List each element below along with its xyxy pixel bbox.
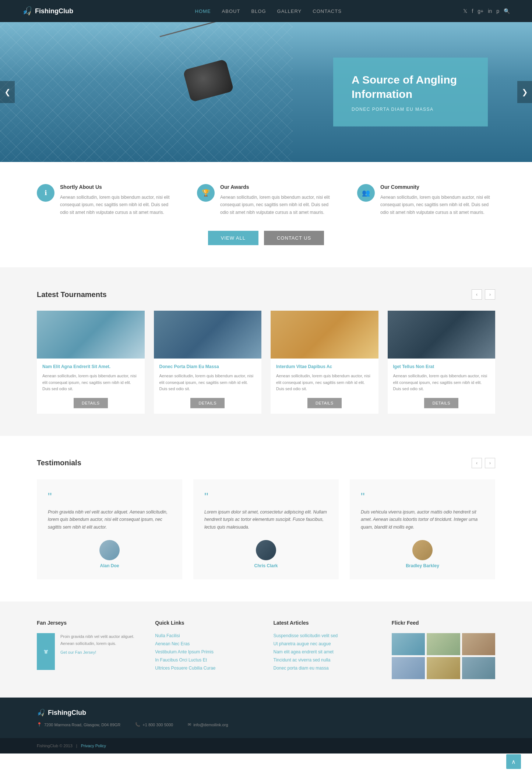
footer-address: 📍 7200 Marmora Road, Glasgow, D04 89GR — [37, 722, 120, 727]
jersey-link[interactable]: Get our Fan Jersey! — [60, 650, 140, 654]
tournaments-next[interactable]: › — [485, 289, 495, 300]
footer-logo: 🎣 FishingClub — [37, 709, 495, 717]
fan-jersey-content: 👕 Proin gravida nibh vel velit auctor al… — [37, 633, 140, 670]
footer-logo-icon: 🎣 — [37, 709, 45, 717]
flickr-img-1[interactable] — [392, 633, 425, 655]
logo[interactable]: 🎣 FishingClub — [22, 6, 73, 16]
tournament-details-3[interactable]: Details — [307, 398, 342, 408]
flickr-img-6[interactable] — [462, 657, 495, 679]
flickr-img-5[interactable] — [427, 657, 460, 679]
main-nav: HOME ABOUT BLOG GALLERY CONTACTS — [195, 8, 342, 14]
nav-gallery[interactable]: GALLERY — [277, 8, 302, 14]
footer-email: ✉ info@demoilink.org — [188, 722, 228, 727]
quick-links-title: Quick Links — [155, 620, 258, 626]
article-link-1[interactable]: Suspendisse sollicitudin velit sed — [274, 633, 377, 638]
nav-about[interactable]: ABOUT — [222, 8, 240, 14]
tournament-text-4: Aenean sollicitudin, lorem quis bibendum… — [393, 373, 490, 392]
jersey-image: 👕 — [37, 633, 55, 670]
logo-icon: 🎣 — [22, 6, 32, 16]
tournament-text-1: Aenean sollicitudin, lorem quis bibendum… — [42, 373, 139, 392]
quick-link-3[interactable]: Vestibulum Ante Ipsum Primis — [155, 649, 258, 654]
flickr-img-4[interactable] — [392, 657, 425, 679]
pinterest-icon[interactable]: p — [496, 8, 499, 14]
tournament-details-1[interactable]: Details — [74, 398, 108, 408]
social-links: 𝕏 f g+ in p 🔍 — [463, 8, 510, 14]
about-text-2: Our Awards Aenean sollicitudin, lorem qu… — [220, 184, 335, 216]
about-title-1: Shortly About Us — [60, 184, 175, 190]
quick-link-5[interactable]: Ultrices Posuere Cubilia Curae — [155, 666, 258, 671]
hero-prev-arrow[interactable]: ❮ — [0, 81, 15, 103]
nav-home[interactable]: HOME — [195, 8, 211, 14]
facebook-icon[interactable]: f — [472, 8, 473, 14]
tournament-grid: Nam Elit Agna Endrerit Sit Amet. Aenean … — [37, 311, 495, 414]
testimonial-author-2: Chris Clark — [204, 540, 328, 568]
flickr-img-3[interactable] — [462, 633, 495, 655]
about-title-2: Our Awards — [220, 184, 335, 190]
tournament-img-2 — [154, 311, 262, 359]
about-desc-2: Aenean sollicitudin, lorem quis bibendum… — [220, 194, 335, 216]
author-name-1: Alan Doe — [100, 563, 119, 568]
quote-icon-3: " — [361, 490, 484, 503]
about-buttons: View All Contact Us — [37, 231, 495, 245]
testimonials-section: Testimonials ‹ › " Proin gravida nibh ve… — [0, 436, 532, 601]
tournament-text-2: Aenean sollicitudin, lorem quis bibendum… — [159, 373, 256, 392]
tournament-details-2[interactable]: Details — [190, 398, 225, 408]
testimonial-card-2: " Lorem ipsum dolor sit amet, consectetu… — [193, 479, 339, 579]
googleplus-icon[interactable]: g+ — [478, 8, 483, 14]
quote-icon-2: " — [204, 490, 328, 503]
tournament-title-2[interactable]: Donec Porta Diam Eu Massa — [159, 364, 256, 369]
search-icon[interactable]: 🔍 — [504, 8, 510, 14]
tournament-text-3: Aenean sollicitudin, lorem quis bibendum… — [276, 373, 373, 392]
about-desc-1: Aenean sollicitudin, lorem quis bibendum… — [60, 194, 175, 216]
flickr-widget: Flickr Feed — [392, 620, 495, 679]
fan-jerseys-widget: Fan Jerseys 👕 Proin gravida nibh vel vel… — [37, 620, 140, 679]
fishing-net-decoration — [0, 22, 293, 162]
nav-blog[interactable]: BLOG — [251, 8, 266, 14]
quick-link-1[interactable]: Nulla Facilisi — [155, 633, 258, 638]
about-grid: ℹ Shortly About Us Aenean sollicitudin, … — [37, 184, 495, 216]
author-name-2: Chris Clark — [254, 563, 278, 568]
testimonials-next[interactable]: › — [485, 458, 495, 468]
twitter-icon[interactable]: 𝕏 — [463, 8, 467, 14]
tournaments-header: Latest Tournaments ‹ › — [37, 289, 495, 300]
tournament-title-1[interactable]: Nam Elit Agna Endrerit Sit Amet. — [42, 364, 139, 369]
linkedin-icon[interactable]: in — [488, 8, 492, 14]
contact-us-button[interactable]: Contact Us — [264, 231, 324, 245]
tournament-title-4[interactable]: Iget Tellus Non Erat — [393, 364, 490, 369]
tournament-card-3: Interdum Vitae Dapibus Ac Aenean sollici… — [271, 311, 378, 414]
jersey-icon: 👕 — [43, 649, 49, 654]
article-link-4[interactable]: Tincidunt ac viverra sed nulla — [274, 657, 377, 663]
article-link-2[interactable]: Ut pharetra augue nec augue — [274, 641, 377, 646]
testimonials-prev[interactable]: ‹ — [472, 458, 482, 468]
tournament-title-3[interactable]: Interdum Vitae Dapibus Ac — [276, 364, 373, 369]
nav-contacts[interactable]: CONTACTS — [313, 8, 342, 14]
testimonials-title: Testimonials — [37, 459, 81, 467]
article-link-3[interactable]: Nam elit agea endrerit sit amet — [274, 649, 377, 654]
author-avatar-1 — [99, 540, 120, 560]
trophy-icon: 🏆 — [197, 184, 215, 202]
flickr-img-2[interactable] — [427, 633, 460, 655]
hero-content-box: A Source of Angling Information DONEC PO… — [333, 58, 488, 127]
testimonial-author-3: Bradley Barkley — [361, 540, 484, 568]
testimonial-author-1: Alan Doe — [48, 540, 171, 568]
tournaments-prev[interactable]: ‹ — [472, 289, 482, 300]
tournament-details-4[interactable]: Details — [424, 398, 458, 408]
hero-next-arrow[interactable]: ❯ — [517, 81, 532, 103]
about-item-1: ℹ Shortly About Us Aenean sollicitudin, … — [37, 184, 175, 216]
view-all-button[interactable]: View All — [208, 231, 258, 245]
fan-jerseys-title: Fan Jerseys — [37, 620, 140, 626]
email-icon: ✉ — [188, 722, 191, 727]
quick-links-widget: Quick Links Nulla Facilisi Aenean Nec Er… — [155, 620, 258, 679]
footer-phone: 📞 +1 800 300 5000 — [135, 722, 173, 727]
about-section: ℹ Shortly About Us Aenean sollicitudin, … — [0, 162, 532, 267]
footer-bottom: 🎣 FishingClub 📍 7200 Marmora Road, Glasg… — [0, 698, 532, 738]
quick-link-4[interactable]: In Faucibus Orci Luctus Et — [155, 657, 258, 663]
author-name-3: Bradley Barkley — [406, 563, 439, 568]
quick-link-2[interactable]: Aenean Nec Eras — [155, 641, 258, 646]
about-text-1: Shortly About Us Aenean sollicitudin, lo… — [60, 184, 175, 216]
tournaments-title: Latest Tournaments — [37, 290, 107, 299]
privacy-policy-link[interactable]: Privacy Policy — [81, 744, 106, 748]
phone-icon: 📞 — [135, 722, 140, 727]
article-link-5[interactable]: Donec porta diam eu massa — [274, 666, 377, 671]
testimonials-header: Testimonials ‹ › — [37, 458, 495, 468]
